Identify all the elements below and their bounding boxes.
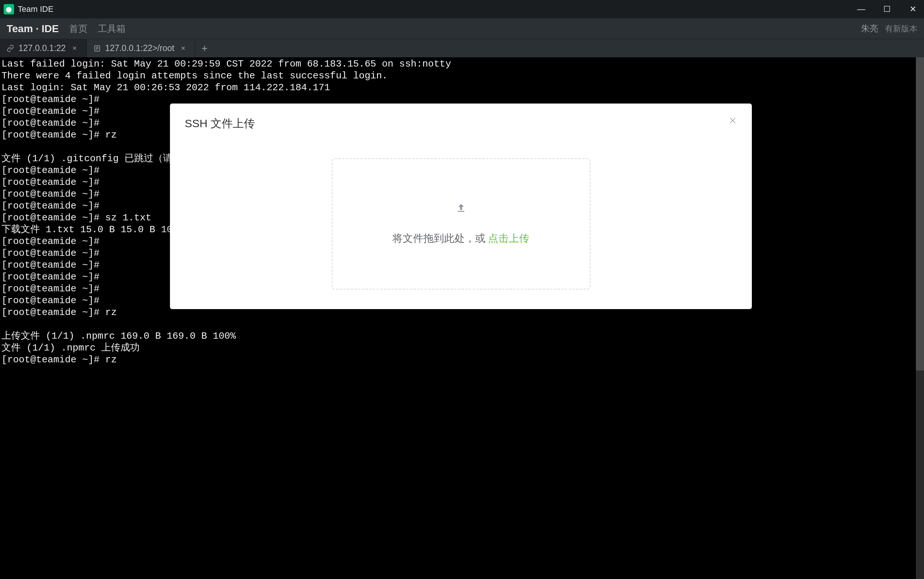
tab-ssh-2[interactable]: 127.0.0.1:22>/root × [87, 39, 196, 57]
close-button[interactable]: ✕ [906, 5, 920, 14]
menu-home[interactable]: 首页 [69, 23, 88, 35]
version-badge[interactable]: 有新版本 [885, 23, 917, 34]
scrollbar[interactable] [916, 57, 924, 579]
file-icon [93, 45, 101, 52]
upload-dropzone[interactable]: 将文件拖到此处，或 点击上传 [332, 158, 590, 290]
app-title: Team IDE [18, 5, 54, 14]
tab-ssh-1[interactable]: 127.0.0.1:22 × [0, 39, 87, 57]
upload-link[interactable]: 点击上传 [488, 232, 530, 244]
maximize-button[interactable]: ☐ [880, 5, 895, 14]
window-controls: — ☐ ✕ [854, 5, 920, 14]
tab-label: 127.0.0.1:22>/root [105, 43, 174, 53]
tab-close-icon[interactable]: × [181, 44, 186, 52]
tab-label: 127.0.0.1:22 [18, 43, 66, 53]
app-brand: Team · IDE [7, 23, 59, 35]
upload-modal: SSH 文件上传 将文件拖到此处，或 点击上传 [170, 103, 752, 309]
upload-icon [456, 202, 467, 217]
modal-body: 将文件拖到此处，或 点击上传 [170, 139, 752, 309]
menu-toolbox[interactable]: 工具箱 [98, 23, 125, 35]
modal-header: SSH 文件上传 [170, 103, 752, 139]
menubar-left: Team · IDE 首页 工具箱 [7, 23, 125, 35]
titlebar: ⬤ Team IDE — ☐ ✕ [0, 0, 924, 18]
tab-close-icon[interactable]: × [72, 44, 77, 52]
minimize-button[interactable]: — [854, 5, 869, 14]
menubar: Team · IDE 首页 工具箱 朱亮 有新版本 [0, 18, 924, 39]
tabbar: 127.0.0.1:22 × 127.0.0.1:22>/root × + [0, 39, 924, 57]
scrollbar-thumb[interactable] [916, 57, 924, 370]
menubar-right: 朱亮 有新版本 [861, 23, 917, 34]
upload-text: 将文件拖到此处，或 点击上传 [392, 231, 530, 245]
titlebar-left: ⬤ Team IDE [4, 4, 54, 15]
modal-close-button[interactable] [728, 116, 737, 127]
tab-add-button[interactable]: + [196, 39, 214, 57]
svg-rect-6 [458, 211, 464, 212]
user-name[interactable]: 朱亮 [861, 23, 878, 34]
link-icon [7, 45, 14, 52]
upload-text-prefix: 将文件拖到此处，或 [392, 232, 489, 244]
modal-title: SSH 文件上传 [185, 116, 255, 131]
app-icon: ⬤ [4, 4, 14, 15]
